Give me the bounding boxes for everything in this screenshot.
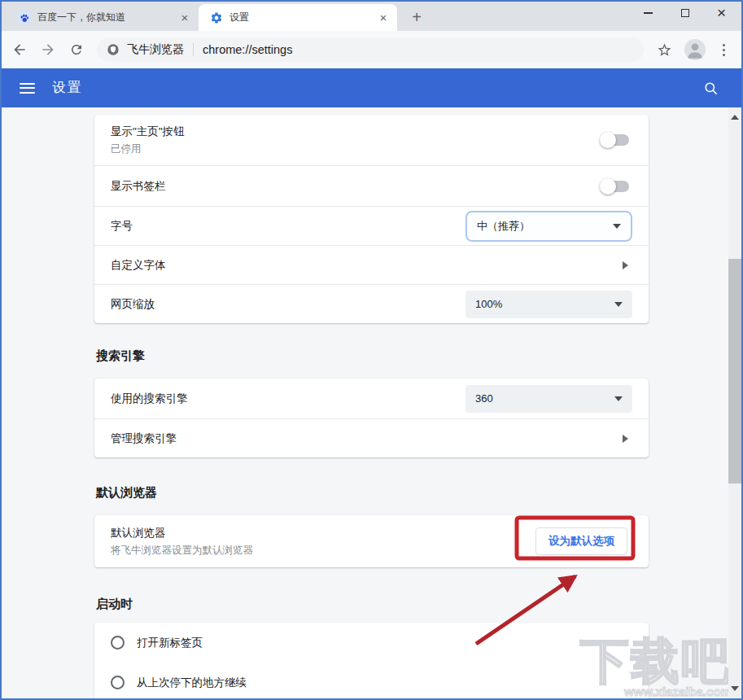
setting-row-show-bookmarks-bar: 显示书签栏 [94, 165, 649, 206]
default-browser-card: 默认浏览器 将飞牛浏览器设置为默认浏览器 设为默认选项 [94, 515, 649, 567]
setting-sublabel: 已停用 [111, 142, 185, 156]
browser-toolbar: 飞牛浏览器 chrome://settings [2, 31, 741, 68]
tab-title: 设置 [229, 11, 376, 24]
page-zoom-select[interactable]: 100% [465, 291, 632, 318]
tab-close-icon[interactable]: × [177, 11, 192, 25]
address-bar[interactable]: 飞牛浏览器 chrome://settings [97, 37, 644, 62]
setting-label: 网页缩放 [111, 297, 155, 312]
chevron-down-icon [613, 224, 621, 229]
chevron-down-icon [614, 396, 623, 401]
scrollbar-thumb[interactable] [728, 259, 741, 483]
menu-dots-icon[interactable] [715, 39, 732, 60]
section-title-on-startup: 启动时 [94, 596, 649, 612]
setting-row-page-zoom: 网页缩放 100% [94, 284, 649, 323]
back-icon[interactable] [9, 39, 30, 60]
select-value: 100% [475, 298, 502, 310]
page-info-icon[interactable] [107, 43, 120, 56]
font-size-select[interactable]: 中（推荐） [465, 211, 632, 242]
section-title-search-engine: 搜索引擎 [94, 348, 649, 364]
tab-close-icon[interactable]: × [376, 11, 391, 25]
on-startup-card: 打开新标签页 从上次停下的地方继续 [94, 623, 649, 698]
url-text: chrome://settings [203, 43, 292, 56]
subpage-arrow-icon [623, 435, 628, 443]
setting-label: 默认浏览器 [111, 526, 253, 540]
browser-window: 百度一下，你就知道 × 设置 × + × [0, 0, 743, 700]
tab-settings[interactable]: 设置 × [199, 4, 397, 31]
setting-label: 字号 [111, 219, 133, 234]
settings-header: 设置 [2, 68, 741, 107]
radio-label: 打开新标签页 [137, 636, 203, 650]
select-value: 360 [475, 392, 493, 405]
radio-button-icon[interactable] [111, 636, 125, 650]
tab-title: 百度一下，你就知道 [37, 11, 177, 24]
setting-row-show-home-button: 显示"主页"按钮 已停用 [94, 115, 649, 165]
minimize-icon[interactable] [630, 2, 667, 24]
setting-label: 显示书签栏 [111, 179, 166, 194]
search-icon[interactable] [703, 81, 719, 96]
select-value: 中（推荐） [477, 219, 530, 234]
setting-label: 自定义字体 [111, 258, 166, 273]
radio-row-open-new-tab[interactable]: 打开新标签页 [94, 623, 649, 663]
setting-sublabel: 将飞牛浏览器设置为默认浏览器 [111, 544, 253, 558]
bookmarks-bar-toggle[interactable] [602, 181, 629, 192]
close-icon[interactable]: × [703, 2, 740, 24]
page-title: 设置 [52, 79, 82, 97]
setting-label: 管理搜索引擎 [111, 431, 177, 446]
maximize-icon[interactable] [667, 2, 703, 24]
setting-row-customize-fonts[interactable]: 自定义字体 [94, 245, 649, 284]
radio-label: 从上次停下的地方继续 [137, 676, 247, 690]
setting-row-default-browser: 默认浏览器 将飞牛浏览器设置为默认浏览器 设为默认选项 [94, 515, 649, 567]
avatar[interactable] [684, 39, 706, 60]
set-as-default-button[interactable]: 设为默认选项 [535, 527, 627, 555]
setting-row-font-size: 字号 中（推荐） [94, 206, 649, 245]
search-engine-card: 使用的搜索引擎 360 管理搜索引擎 [94, 378, 649, 457]
appearance-card: 显示"主页"按钮 已停用 显示书签栏 字号 中（推荐） [94, 115, 649, 323]
setting-label: 使用的搜索引擎 [111, 392, 188, 406]
settings-gear-icon [210, 11, 223, 24]
setting-row-manage-search-engines[interactable]: 管理搜索引擎 [94, 418, 649, 457]
home-button-toggle[interactable] [602, 134, 629, 146]
bookmark-star-icon[interactable] [653, 39, 675, 60]
forward-icon[interactable] [37, 39, 59, 60]
radio-row-continue-where-left-off[interactable]: 从上次停下的地方继续 [94, 663, 649, 698]
section-title-default-browser: 默认浏览器 [94, 484, 649, 501]
site-name-label: 飞牛浏览器 [127, 42, 184, 57]
tab-baidu[interactable]: 百度一下，你就知道 × [7, 4, 199, 31]
baidu-paw-icon [18, 11, 31, 24]
subpage-arrow-icon [623, 261, 628, 269]
window-controls: × [630, 2, 740, 26]
scrollbar-up-icon[interactable] [731, 115, 739, 120]
reload-icon[interactable] [66, 39, 87, 60]
toolbar-right [653, 39, 735, 60]
setting-row-search-engine-used: 使用的搜索引擎 360 [94, 378, 649, 418]
scrollbar-down-icon[interactable] [731, 686, 739, 691]
radio-button-icon[interactable] [111, 676, 125, 689]
chevron-down-icon [614, 302, 623, 307]
new-tab-icon[interactable]: + [407, 8, 426, 28]
settings-content: 显示"主页"按钮 已停用 显示书签栏 字号 中（推荐） [2, 107, 741, 698]
tab-strip: 百度一下，你就知道 × 设置 × + × [2, 2, 741, 31]
setting-label: 显示"主页"按钮 [111, 125, 185, 139]
url-separator [193, 43, 194, 56]
hamburger-menu-icon[interactable] [20, 80, 35, 96]
search-engine-select[interactable]: 360 [465, 385, 632, 413]
scrollbar[interactable] [728, 107, 741, 698]
